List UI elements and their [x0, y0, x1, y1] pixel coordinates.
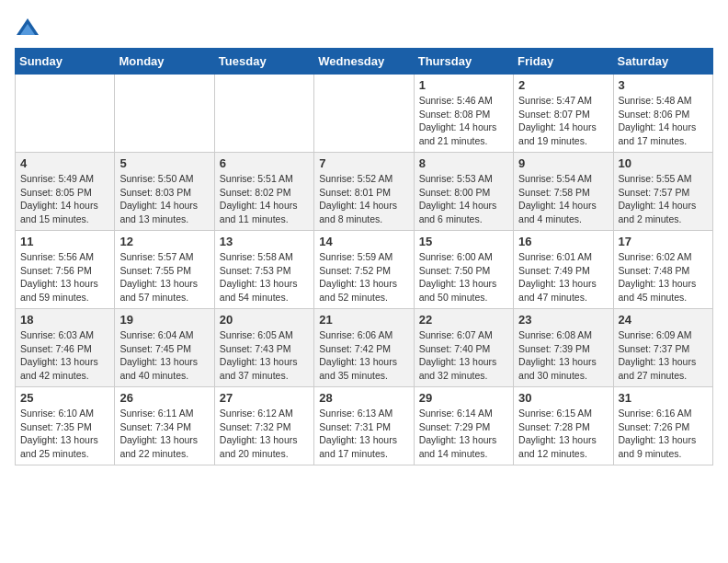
calendar-day-cell: 25Sunrise: 6:10 AM Sunset: 7:35 PM Dayli…	[16, 387, 115, 465]
day-number: 28	[319, 391, 408, 405]
day-number: 13	[220, 235, 309, 248]
day-number: 21	[319, 313, 408, 327]
calendar-day-cell: 2Sunrise: 5:47 AM Sunset: 8:07 PM Daylig…	[514, 75, 613, 153]
day-number: 31	[619, 391, 708, 405]
calendar-day-cell: 5Sunrise: 5:50 AM Sunset: 8:03 PM Daylig…	[115, 153, 214, 231]
calendar-week-row: 11Sunrise: 5:56 AM Sunset: 7:56 PM Dayli…	[16, 231, 713, 309]
day-info: Sunrise: 5:51 AM Sunset: 8:02 PM Dayligh…	[220, 172, 309, 226]
day-info: Sunrise: 6:11 AM Sunset: 7:34 PM Dayligh…	[119, 407, 209, 461]
calendar-day-cell: 18Sunrise: 6:03 AM Sunset: 7:46 PM Dayli…	[16, 309, 115, 387]
calendar-day-cell: 23Sunrise: 6:08 AM Sunset: 7:39 PM Dayli…	[514, 309, 613, 387]
empty-cell	[16, 75, 115, 153]
empty-cell	[115, 75, 214, 153]
calendar-day-cell: 14Sunrise: 5:59 AM Sunset: 7:52 PM Dayli…	[314, 231, 414, 309]
day-info: Sunrise: 5:47 AM Sunset: 8:07 PM Dayligh…	[518, 94, 608, 148]
day-info: Sunrise: 6:10 AM Sunset: 7:35 PM Dayligh…	[20, 407, 109, 461]
day-number: 7	[319, 156, 408, 170]
day-number: 12	[119, 235, 209, 248]
day-info: Sunrise: 6:07 AM Sunset: 7:40 PM Dayligh…	[419, 328, 508, 383]
day-number: 8	[419, 156, 508, 170]
day-number: 16	[518, 235, 608, 248]
calendar-day-cell: 12Sunrise: 5:57 AM Sunset: 7:55 PM Dayli…	[115, 231, 214, 309]
day-number: 5	[119, 156, 209, 170]
day-info: Sunrise: 5:46 AM Sunset: 8:08 PM Dayligh…	[419, 94, 508, 148]
calendar-day-cell: 10Sunrise: 5:55 AM Sunset: 7:57 PM Dayli…	[613, 153, 712, 231]
calendar-week-row: 25Sunrise: 6:10 AM Sunset: 7:35 PM Dayli…	[16, 387, 713, 465]
day-info: Sunrise: 5:59 AM Sunset: 7:52 PM Dayligh…	[319, 250, 408, 304]
weekday-header-thursday: Thursday	[414, 49, 513, 75]
weekday-header-tuesday: Tuesday	[214, 49, 313, 75]
day-number: 20	[220, 313, 309, 327]
calendar-week-row: 4Sunrise: 5:49 AM Sunset: 8:05 PM Daylig…	[16, 153, 713, 231]
day-number: 4	[20, 156, 109, 170]
day-info: Sunrise: 6:04 AM Sunset: 7:45 PM Dayligh…	[119, 328, 209, 383]
calendar-day-cell: 1Sunrise: 5:46 AM Sunset: 8:08 PM Daylig…	[414, 75, 513, 153]
calendar-day-cell: 19Sunrise: 6:04 AM Sunset: 7:45 PM Dayli…	[115, 309, 214, 387]
weekday-header-friday: Friday	[514, 49, 613, 75]
day-info: Sunrise: 5:58 AM Sunset: 7:53 PM Dayligh…	[220, 250, 309, 304]
day-info: Sunrise: 5:48 AM Sunset: 8:06 PM Dayligh…	[619, 94, 708, 148]
day-info: Sunrise: 6:08 AM Sunset: 7:39 PM Dayligh…	[518, 328, 608, 383]
calendar-day-cell: 22Sunrise: 6:07 AM Sunset: 7:40 PM Dayli…	[414, 309, 513, 387]
day-number: 6	[220, 156, 309, 170]
weekday-header-row: SundayMondayTuesdayWednesdayThursdayFrid…	[16, 49, 713, 75]
day-info: Sunrise: 6:06 AM Sunset: 7:42 PM Dayligh…	[319, 328, 408, 383]
day-number: 10	[619, 156, 708, 170]
day-info: Sunrise: 5:52 AM Sunset: 8:01 PM Dayligh…	[319, 172, 408, 226]
calendar-day-cell: 26Sunrise: 6:11 AM Sunset: 7:34 PM Dayli…	[115, 387, 214, 465]
calendar-week-row: 1Sunrise: 5:46 AM Sunset: 8:08 PM Daylig…	[16, 75, 713, 153]
day-number: 2	[518, 78, 608, 92]
day-info: Sunrise: 6:12 AM Sunset: 7:32 PM Dayligh…	[220, 407, 309, 461]
day-info: Sunrise: 5:57 AM Sunset: 7:55 PM Dayligh…	[119, 250, 209, 304]
calendar-day-cell: 24Sunrise: 6:09 AM Sunset: 7:37 PM Dayli…	[613, 309, 712, 387]
weekday-header-saturday: Saturday	[613, 49, 712, 75]
day-number: 9	[518, 156, 608, 170]
day-number: 15	[419, 235, 508, 248]
day-number: 11	[20, 235, 109, 248]
calendar-day-cell: 16Sunrise: 6:01 AM Sunset: 7:49 PM Dayli…	[514, 231, 613, 309]
weekday-header-monday: Monday	[115, 49, 214, 75]
empty-cell	[214, 75, 313, 153]
day-info: Sunrise: 5:49 AM Sunset: 8:05 PM Dayligh…	[20, 172, 109, 226]
calendar-day-cell: 3Sunrise: 5:48 AM Sunset: 8:06 PM Daylig…	[613, 75, 712, 153]
day-info: Sunrise: 6:16 AM Sunset: 7:26 PM Dayligh…	[619, 407, 708, 461]
calendar-day-cell: 6Sunrise: 5:51 AM Sunset: 8:02 PM Daylig…	[214, 153, 313, 231]
page-header	[15, 15, 713, 40]
day-number: 25	[20, 391, 109, 405]
day-info: Sunrise: 6:03 AM Sunset: 7:46 PM Dayligh…	[20, 328, 109, 383]
calendar-day-cell: 17Sunrise: 6:02 AM Sunset: 7:48 PM Dayli…	[613, 231, 712, 309]
day-info: Sunrise: 6:13 AM Sunset: 7:31 PM Dayligh…	[319, 407, 408, 461]
day-info: Sunrise: 5:50 AM Sunset: 8:03 PM Dayligh…	[119, 172, 209, 226]
day-number: 29	[419, 391, 508, 405]
calendar-day-cell: 13Sunrise: 5:58 AM Sunset: 7:53 PM Dayli…	[214, 231, 313, 309]
day-number: 1	[419, 78, 508, 92]
day-info: Sunrise: 5:54 AM Sunset: 7:58 PM Dayligh…	[518, 172, 608, 226]
day-number: 22	[419, 313, 508, 327]
calendar-day-cell: 30Sunrise: 6:15 AM Sunset: 7:28 PM Dayli…	[514, 387, 613, 465]
calendar-day-cell: 4Sunrise: 5:49 AM Sunset: 8:05 PM Daylig…	[16, 153, 115, 231]
day-number: 27	[220, 391, 309, 405]
calendar-day-cell: 9Sunrise: 5:54 AM Sunset: 7:58 PM Daylig…	[514, 153, 613, 231]
calendar-body: 1Sunrise: 5:46 AM Sunset: 8:08 PM Daylig…	[16, 75, 713, 465]
calendar-day-cell: 8Sunrise: 5:53 AM Sunset: 8:00 PM Daylig…	[414, 153, 513, 231]
day-number: 14	[319, 235, 408, 248]
calendar-day-cell: 31Sunrise: 6:16 AM Sunset: 7:26 PM Dayli…	[613, 387, 712, 465]
day-info: Sunrise: 5:53 AM Sunset: 8:00 PM Dayligh…	[419, 172, 508, 226]
day-info: Sunrise: 6:15 AM Sunset: 7:28 PM Dayligh…	[518, 407, 608, 461]
calendar-day-cell: 29Sunrise: 6:14 AM Sunset: 7:29 PM Dayli…	[414, 387, 513, 465]
calendar-day-cell: 7Sunrise: 5:52 AM Sunset: 8:01 PM Daylig…	[314, 153, 414, 231]
calendar-day-cell: 20Sunrise: 6:05 AM Sunset: 7:43 PM Dayli…	[214, 309, 313, 387]
calendar-week-row: 18Sunrise: 6:03 AM Sunset: 7:46 PM Dayli…	[16, 309, 713, 387]
day-number: 19	[119, 313, 209, 327]
day-number: 26	[119, 391, 209, 405]
weekday-header-wednesday: Wednesday	[314, 49, 414, 75]
day-number: 23	[518, 313, 608, 327]
day-info: Sunrise: 6:05 AM Sunset: 7:43 PM Dayligh…	[220, 328, 309, 383]
calendar-day-cell: 28Sunrise: 6:13 AM Sunset: 7:31 PM Dayli…	[314, 387, 414, 465]
day-number: 3	[619, 78, 708, 92]
day-info: Sunrise: 5:56 AM Sunset: 7:56 PM Dayligh…	[20, 250, 109, 304]
weekday-header-sunday: Sunday	[16, 49, 115, 75]
day-info: Sunrise: 6:09 AM Sunset: 7:37 PM Dayligh…	[619, 328, 708, 383]
day-info: Sunrise: 6:01 AM Sunset: 7:49 PM Dayligh…	[518, 250, 608, 304]
day-info: Sunrise: 5:55 AM Sunset: 7:57 PM Dayligh…	[619, 172, 708, 226]
